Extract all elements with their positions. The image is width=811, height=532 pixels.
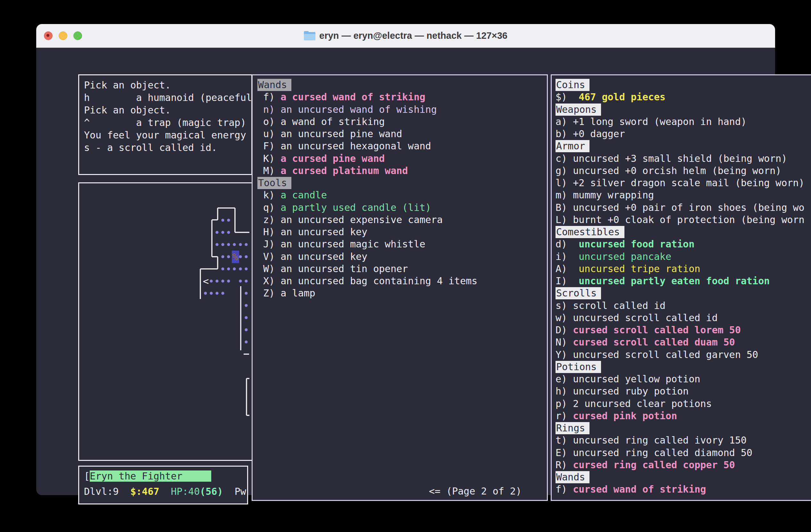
inventory-section-header: Armor: [552, 140, 811, 152]
item-letter: K): [257, 153, 280, 164]
item-description: an uncursed bag containing 4 items: [280, 275, 477, 286]
message-line: Pick an object.: [84, 79, 252, 91]
item-description: an uncursed magic whistle: [280, 238, 425, 250]
inventory-item: u) an uncursed pine wand: [253, 128, 548, 140]
inventory-item: f) a cursed wand of striking: [253, 91, 548, 103]
inventory-item: $) 467 gold pieces: [552, 91, 811, 103]
floor-dot: [245, 328, 247, 331]
power-label: Pw:: [235, 486, 248, 497]
status-pane[interactable]: [Eryn the Fighter Dlvl:9 $:467 HP:40(56)…: [78, 466, 248, 504]
message-line: h a humanoid (peaceful: [84, 91, 252, 104]
inventory-section-header: Coins: [552, 79, 811, 91]
inventory-section-header: Weapons: [552, 103, 811, 116]
desktop: eryn — eryn@electra — nethack — 127×36 P…: [0, 0, 811, 532]
item-description: an uncursed key: [280, 251, 367, 262]
window-title-text: eryn — eryn@electra — nethack — 127×36: [319, 30, 507, 41]
floor-dot: [221, 280, 224, 282]
full-inventory-pane[interactable]: Coins$) 467 gold piecesWeaponsa) +1 long…: [551, 74, 811, 501]
item-description: mummy wrapping: [573, 189, 654, 201]
floor-dot: [210, 280, 213, 282]
inventory-item: r) cursed pink potion: [552, 410, 811, 422]
traffic-lights: [44, 24, 82, 47]
item-description: cursed ring called copper 50: [573, 459, 735, 470]
message-line: ^ a trap (magic trap): [84, 116, 252, 129]
item-letter: u): [257, 128, 280, 139]
floor-dot: [227, 267, 230, 270]
inventory-item: w) uncursed scroll called id: [552, 312, 811, 324]
item-description: uncursed +0 orcish helm (being worn): [573, 165, 781, 176]
inventory-item: o) a wand of striking: [253, 115, 548, 128]
inventory-item: W) an uncursed tin opener: [253, 263, 548, 275]
title-bar[interactable]: eryn — eryn@electra — nethack — 127×36: [36, 24, 775, 48]
inventory-item: g) uncursed +0 orcish helm (being worn): [552, 165, 811, 177]
minimize-button[interactable]: [59, 31, 67, 40]
inventory-item: M) a cursed platinum wand: [253, 165, 548, 177]
inventory-section-header: Wands: [552, 471, 811, 483]
item-description: cursed scroll called lorem 50: [573, 324, 741, 335]
inventory-item: X) an uncursed bag containing 4 items: [253, 275, 548, 287]
floor-dot: [221, 267, 224, 270]
item-description: +0 dagger: [573, 128, 625, 139]
floor-dot: [245, 280, 247, 282]
inventory-item: n) an uncursed wand of wishing: [253, 103, 548, 116]
floor-dot: [239, 243, 242, 246]
inventory-item: d) uncursed food ration: [552, 238, 811, 250]
gold-amount: $:467: [131, 486, 159, 497]
item-description: uncursed +0 pair of iron shoes (being wo: [573, 202, 804, 213]
hp-current: HP:40: [171, 486, 200, 497]
inventory-page-pane[interactable]: Wands f) a cursed wand of striking n) an…: [251, 74, 548, 501]
inventory-item: f) cursed wand of striking: [552, 483, 811, 496]
item-letter: L): [555, 214, 573, 225]
message-line: s - a scroll called id.: [84, 141, 252, 154]
item-description: a wand of striking: [280, 116, 385, 127]
item-description: an uncursed wand of wishing: [280, 104, 437, 115]
hp-max: (56): [200, 486, 223, 497]
item-letter: B): [555, 202, 573, 213]
item-description: a cursed wand of striking: [280, 91, 425, 103]
inventory-item: t) uncursed ring called ivory 150: [552, 434, 811, 447]
inventory-item: I) uncursed partly eaten food ration: [552, 275, 811, 287]
inventory-item: i) uncursed pancake: [552, 250, 811, 263]
inventory-item: c) uncursed +3 small shield (being worn): [552, 152, 811, 165]
item-description: uncursed scroll called garven 50: [573, 349, 758, 360]
window-title: eryn — eryn@electra — nethack — 127×36: [304, 30, 507, 41]
item-description: uncursed +3 small shield (being worn): [573, 153, 787, 164]
floor-dot: [227, 231, 230, 234]
item-letter: w): [555, 312, 573, 323]
floor-dot: [215, 292, 218, 295]
message-pane[interactable]: Pick an object.h a humanoid (peacefulPic…: [78, 74, 252, 175]
inventory-item: Z) a lamp: [253, 287, 548, 299]
inventory-section-header: Potions: [552, 361, 811, 373]
item-letter: V): [257, 251, 280, 262]
item-letter: H): [257, 226, 280, 237]
floor-dot: [221, 255, 224, 258]
floor-dot: [221, 292, 224, 295]
item-description: an uncursed expensive camera: [280, 214, 443, 225]
floor-dot: [210, 292, 213, 295]
floor-dot: [221, 219, 224, 221]
inventory-item: p) 2 uncursed clear potions: [552, 397, 811, 410]
status-name-line: [Eryn the Fighter: [84, 470, 211, 482]
inventory-item: Y) uncursed scroll called garven 50: [552, 348, 811, 361]
floor-dot: [245, 267, 247, 270]
item-letter: k): [257, 189, 280, 201]
status-stats-line: Dlvl:9 $:467 HP:40(56) Pw:: [84, 485, 248, 498]
inventory-section-header: Wands: [253, 79, 548, 91]
inventory-section-header: Rings: [552, 422, 811, 434]
inventory-item: a) +1 long sword (weapon in hand): [552, 115, 811, 128]
item-description: +2 silver dragon scale mail (being worn): [573, 177, 804, 188]
item-description: burnt +0 cloak of protection (being worn: [573, 214, 804, 225]
stairs-up-glyph: <: [203, 275, 209, 287]
item-letter: J): [257, 238, 280, 250]
item-letter: f): [257, 91, 280, 103]
map-pane[interactable]: <%: [78, 182, 253, 461]
inventory-item: m) mummy wrapping: [552, 189, 811, 201]
zoom-button[interactable]: [73, 31, 82, 40]
floor-dot: [227, 255, 230, 258]
close-button[interactable]: [44, 31, 52, 40]
item-letter: t): [555, 435, 573, 446]
inventory-item: D) cursed scroll called lorem 50: [552, 324, 811, 336]
item-letter: h): [555, 386, 573, 397]
inventory-item: F) an uncursed hexagonal wand: [253, 140, 548, 152]
inventory-item: E) uncursed ring called diamond 50: [552, 447, 811, 459]
